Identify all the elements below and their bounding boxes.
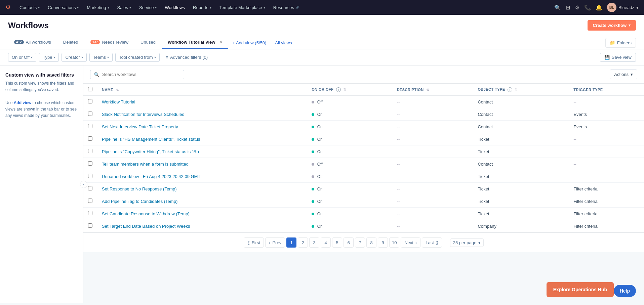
trigger-type-value: -- <box>573 149 576 154</box>
on-or-off-column-header[interactable]: ON OR OFF i ⇅ <box>307 84 392 96</box>
row-checkbox-cell[interactable] <box>83 170 97 183</box>
row-checkbox-cell[interactable] <box>83 133 97 145</box>
workflow-name-link[interactable]: Pipeline is "HS Management Clients", Tic… <box>102 137 200 142</box>
nav-contacts[interactable]: Contacts ▾ <box>16 4 43 11</box>
page-4-button[interactable]: 4 <box>321 237 331 248</box>
workflow-name-link[interactable]: Workflow Tutorial <box>102 99 135 104</box>
nav-sales[interactable]: Sales ▾ <box>114 4 135 11</box>
phone-icon[interactable]: 📞 <box>584 4 591 11</box>
row-checkbox-cell[interactable] <box>83 195 97 208</box>
row-checkbox[interactable] <box>88 99 92 103</box>
page-6-button[interactable]: 6 <box>344 237 354 248</box>
row-checkbox[interactable] <box>88 223 92 228</box>
workflow-name-link[interactable]: Slack Notification for Interviews Schedu… <box>102 112 185 117</box>
creator-filter[interactable]: Creator ▾ <box>62 53 86 62</box>
object-type-info-icon[interactable]: i <box>508 87 512 92</box>
notifications-icon[interactable]: 🔔 <box>596 4 602 11</box>
on-off-info-icon[interactable]: i <box>336 87 341 92</box>
tab-unused[interactable]: Unused <box>134 36 162 49</box>
add-view-link[interactable]: Add view <box>14 100 32 105</box>
row-checkbox[interactable] <box>88 174 92 178</box>
nav-template-marketplace[interactable]: Template Marketplace ▾ <box>216 4 269 11</box>
row-checkbox[interactable] <box>88 136 92 141</box>
tab-workflow-tutorial-view[interactable]: Workflow Tutorial View ✕ <box>162 36 229 49</box>
row-checkbox-cell[interactable] <box>83 208 97 220</box>
trigger-type-value: Filter criteria <box>573 224 598 229</box>
nav-resources[interactable]: Resources 🔗 <box>270 4 303 11</box>
row-checkbox[interactable] <box>88 161 92 166</box>
tab-needs-review[interactable]: 137 Needs review <box>84 36 134 49</box>
page-5-button[interactable]: 5 <box>332 237 342 248</box>
row-checkbox-cell[interactable] <box>83 108 97 121</box>
description-column-header[interactable]: DESCRIPTION ⇅ <box>392 84 473 96</box>
search-input[interactable] <box>102 72 180 77</box>
workflow-name-link[interactable]: Add Pipeline Tag to Candidates (Temp) <box>102 199 177 204</box>
row-checkbox[interactable] <box>88 211 92 215</box>
row-checkbox[interactable] <box>88 149 92 153</box>
row-checkbox[interactable] <box>88 199 92 203</box>
workflow-name-link[interactable]: Unnamed workflow - Fri Aug 4 2023 20:42:… <box>102 174 200 179</box>
settings-icon[interactable]: ⚙ <box>575 4 579 11</box>
workflow-name-link[interactable]: Tell team members when a form is submitt… <box>102 162 189 167</box>
nav-conversations[interactable]: Conversations ▾ <box>44 4 82 11</box>
user-menu[interactable]: BL Blueadz ▾ <box>607 3 639 12</box>
actions-button[interactable]: Actions ▾ <box>610 70 637 79</box>
create-workflow-button[interactable]: Create workflow ▾ <box>588 20 636 31</box>
tool-created-from-filter[interactable]: Tool created from ▾ <box>115 53 159 62</box>
workflow-name-link[interactable]: Pipeline is "Copywriter Hiring", Ticket … <box>102 149 199 154</box>
explore-operations-hub-button[interactable]: Explore Operations Hub <box>547 282 614 297</box>
folders-button[interactable]: 📁 Folders <box>605 38 636 48</box>
page-10-button[interactable]: 10 <box>389 237 399 248</box>
first-page-button[interactable]: ⟪ First <box>244 237 264 248</box>
page-9-button[interactable]: 9 <box>378 237 388 248</box>
select-all-checkbox-header[interactable] <box>83 84 97 96</box>
tab-add-view[interactable]: + Add view (5/50) <box>228 36 270 49</box>
nav-service[interactable]: Service ▾ <box>136 4 160 11</box>
nav-workflows[interactable]: Workflows <box>161 4 188 11</box>
save-view-button[interactable]: 💾 Save view <box>600 53 636 62</box>
marketplace-icon[interactable]: ⊞ <box>566 4 570 11</box>
search-icon[interactable]: 🔍 <box>554 4 561 11</box>
workflow-name-link[interactable]: Set Next Interview Date Ticket Property <box>102 124 178 129</box>
row-checkbox[interactable] <box>88 186 92 190</box>
nav-reports[interactable]: Reports ▾ <box>190 4 215 11</box>
row-checkbox[interactable] <box>88 112 92 116</box>
row-checkbox-cell[interactable] <box>83 121 97 133</box>
select-all-checkbox[interactable] <box>88 87 92 91</box>
status-text: Off <box>317 100 323 104</box>
tab-close-icon[interactable]: ✕ <box>219 40 222 44</box>
per-page-selector[interactable]: 25 per page ▾ <box>450 238 484 247</box>
next-page-button[interactable]: Next › <box>401 237 420 248</box>
table-row: Pipeline is "Copywriter Hiring", Ticket … <box>83 145 644 158</box>
row-checkbox-cell[interactable] <box>83 96 97 108</box>
last-page-button[interactable]: Last ⟫ <box>422 237 442 248</box>
tab-all-views-link[interactable]: All views <box>270 36 297 49</box>
help-button[interactable]: Help <box>614 285 636 297</box>
on-or-off-filter[interactable]: On or Off ▾ <box>8 53 36 62</box>
row-checkbox-cell[interactable] <box>83 145 97 158</box>
row-checkbox-cell[interactable] <box>83 220 97 232</box>
page-7-button[interactable]: 7 <box>355 237 365 248</box>
sidebar-collapse-button[interactable]: ‹ <box>80 181 87 188</box>
page-8-button[interactable]: 8 <box>366 237 376 248</box>
prev-page-button[interactable]: ‹ Prev <box>265 237 285 248</box>
advanced-filters-button[interactable]: ≡ Advanced filters (0) <box>162 53 211 61</box>
name-column-header[interactable]: NAME ⇅ <box>97 84 307 96</box>
hubspot-logo[interactable]: ⚙ <box>5 4 11 11</box>
object-type-column-header[interactable]: OBJECT TYPE i ⇅ <box>473 84 569 96</box>
workflow-name-link[interactable]: Set Candidate Response to Withdrew (Temp… <box>102 211 190 216</box>
page-3-button[interactable]: 3 <box>309 237 319 248</box>
workflow-name-link[interactable]: Set Target End Date Based on Project Wee… <box>102 224 190 229</box>
page-1-button[interactable]: 1 <box>286 237 296 248</box>
row-checkbox[interactable] <box>88 124 92 128</box>
tab-all-workflows[interactable]: 412 All workflows <box>8 36 57 49</box>
teams-filter[interactable]: Teams ▾ <box>89 53 113 62</box>
row-name-cell: Unnamed workflow - Fri Aug 4 2023 20:42:… <box>97 170 307 183</box>
row-checkbox-cell[interactable] <box>83 158 97 170</box>
tab-deleted[interactable]: Deleted <box>57 36 84 49</box>
page-2-button[interactable]: 2 <box>298 237 308 248</box>
nav-marketing[interactable]: Marketing ▾ <box>83 4 112 11</box>
table-header-row: NAME ⇅ ON OR OFF i ⇅ DESCRIPTION ⇅ OBJEC… <box>83 84 644 96</box>
workflow-name-link[interactable]: Set Response to No Response (Temp) <box>102 186 177 191</box>
type-filter[interactable]: Type ▾ <box>39 53 59 62</box>
